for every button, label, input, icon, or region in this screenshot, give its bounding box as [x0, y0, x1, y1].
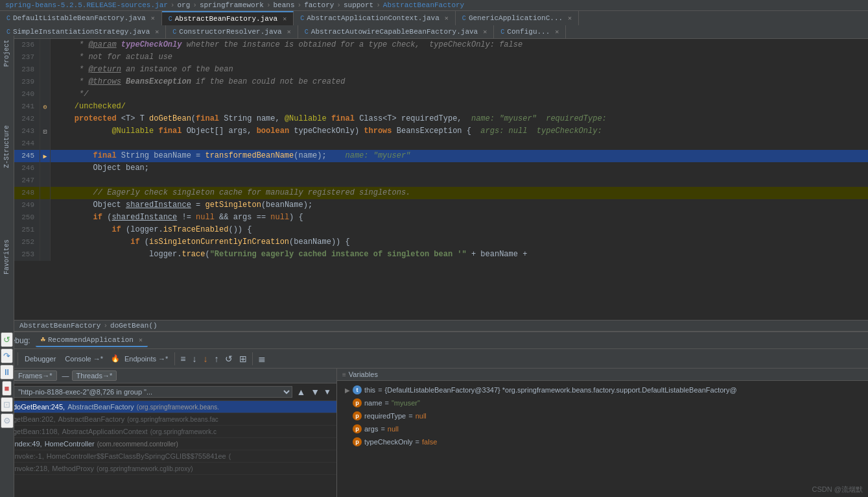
frame-item[interactable]: ⊙ index:49, HomeController (com.recommen… — [0, 438, 336, 450]
tab-icon: C — [169, 16, 172, 23]
view-button[interactable]: ⊡ — [1, 397, 13, 412]
code-line-251: 251 if (logger.isTraceEnabled()) { — [14, 224, 868, 236]
tab-abstract-app-context[interactable]: C AbstractApplicationContext.java ✕ — [294, 11, 456, 25]
thread-select[interactable]: "http-nio-8188-exec-2"@8,726 in group ".… — [12, 386, 292, 398]
close-icon[interactable]: ✕ — [151, 14, 155, 22]
tab-default-listable[interactable]: C DefaultListableBeanFactory.java ✕ — [0, 11, 162, 25]
line-number: 241 — [14, 101, 40, 113]
run-to-cursor-button[interactable]: ↺ — [222, 352, 235, 365]
main-layout: 236 * @param typeCheckOnly whether the i… — [0, 39, 868, 497]
tab-bar: spring-beans-5.2.5.RELEASE-sources.jar ›… — [0, 0, 868, 39]
step-out-button[interactable]: ↑ — [211, 352, 221, 365]
threads-button[interactable]: Threads→* — [72, 370, 117, 381]
tab-icon: C — [462, 15, 466, 22]
line-number: 253 — [14, 248, 40, 261]
tab-abstract-bean-factory[interactable]: C AbstractBeanFactory.java ✕ — [162, 11, 294, 25]
frame-item[interactable]: ⊙ invoke:-1, HomeController$$FastClassBy… — [0, 450, 336, 463]
step-over-button[interactable]: ≡ — [178, 352, 188, 365]
code-line-241: 241 ⊙ /unchecked/ — [14, 101, 868, 113]
tab-icon: C — [300, 15, 304, 22]
var-value: false — [422, 438, 437, 446]
expand-icon[interactable]: ▶ — [345, 387, 350, 394]
force-step-into-button[interactable]: ↓ — [200, 352, 210, 365]
breadcrumb: spring-beans-5.2.5.RELEASE-sources.jar ›… — [0, 0, 868, 11]
close-icon[interactable]: ✕ — [155, 28, 159, 36]
stop-button[interactable]: ■ — [2, 381, 12, 396]
var-item-type-check-only[interactable]: ▶ p typeCheckOnly = false — [337, 435, 868, 448]
breadcrumb-org[interactable]: org — [177, 1, 190, 9]
thread-filter-button[interactable]: ▼ — [323, 387, 331, 396]
tab-icon: C — [500, 29, 504, 36]
var-item-name[interactable]: ▶ p name = "myuser" — [337, 396, 868, 409]
close-icon[interactable]: ✕ — [445, 14, 449, 22]
debug-app-tab[interactable]: ☘ RecommendApplication ✕ — [36, 333, 148, 347]
tab-abstract-autowire[interactable]: C AbstractAutowireCapableBeanFactory.jav… — [298, 25, 495, 38]
tab-configu[interactable]: C Configu... ✕ — [494, 25, 566, 38]
restart-button[interactable]: ↺ — [1, 332, 13, 347]
close-icon[interactable]: ✕ — [287, 28, 291, 36]
sidebar-project[interactable]: Project — [2, 38, 12, 68]
frame-item[interactable]: ⊙ getBean:202, AbstractBeanFactory (org.… — [0, 413, 336, 426]
tab-simple-instantiation[interactable]: C SimpleInstantiationStrategy.java ✕ — [0, 25, 166, 38]
evaluate-button[interactable]: ⊞ — [237, 352, 250, 365]
frames-button[interactable]: Frames→* — [14, 370, 57, 381]
tab-generic-app[interactable]: C GenericApplicationC... ✕ — [456, 11, 579, 25]
endpoints-tab[interactable]: Endpoints →* — [121, 354, 172, 364]
thread-up-button[interactable]: ▲ — [295, 387, 307, 397]
expand-icon[interactable]: ▶ — [345, 426, 350, 433]
tab-constructor-resolver[interactable]: C ConstructorResolver.java ✕ — [166, 25, 298, 38]
debug-body: ▦ Frames→* — Threads→* ⚙ "http-nio-8188-… — [0, 369, 868, 497]
line-number: 246 — [14, 162, 40, 175]
breadcrumb-support[interactable]: support — [344, 1, 373, 9]
mute-button[interactable]: ≣ — [255, 352, 268, 365]
sidebar-favorites[interactable]: Favorites — [2, 238, 12, 276]
tab-label: AbstractBeanFactory.java — [175, 15, 277, 23]
frame-item[interactable]: ⊙ getBean:1108, AbstractApplicationConte… — [0, 426, 336, 438]
tab-label: Configu... — [507, 28, 550, 36]
tab-label: AbstractAutowireCapableBeanFactory.java — [311, 28, 478, 36]
expand-icon[interactable]: ▶ — [345, 400, 350, 407]
breadcrumb-class[interactable]: AbstractBeanFactory — [383, 1, 464, 9]
var-item-required-type[interactable]: ▶ p requiredType = null — [337, 409, 868, 422]
step-over-side-button[interactable]: ↷ — [1, 348, 13, 363]
var-item-args[interactable]: ▶ p args = null — [337, 422, 868, 435]
breadcrumb-beans[interactable]: beans — [274, 1, 295, 9]
line-content: if (isSingletonCurrentlyInCreation(beanN… — [51, 236, 868, 248]
settings-button[interactable]: ⚙ — [1, 413, 14, 428]
step-into-button[interactable]: ↓ — [189, 352, 199, 365]
line-content: final String beanName = transformedBeanN… — [51, 150, 868, 162]
var-eq: = — [378, 386, 382, 394]
close-icon[interactable]: ✕ — [483, 28, 487, 36]
line-number: 251 — [14, 224, 40, 236]
frame-class: MethodProxy — [52, 465, 94, 472]
expand-icon[interactable]: ▶ — [345, 439, 350, 446]
debug-side-panel: ↺ ↷ ⏸ ■ ⊡ ⚙ — [0, 331, 14, 430]
close-icon[interactable]: ✕ — [283, 15, 287, 23]
frame-item[interactable]: ⊙ invoke:218, MethodProxy (org.springfra… — [0, 463, 336, 475]
pause-button[interactable]: ⏸ — [0, 365, 14, 380]
breadcrumb-item[interactable]: spring-beans-5.2.5.RELEASE-sources.jar — [5, 1, 168, 9]
code-editor[interactable]: 236 * @param typeCheckOnly whether the i… — [14, 39, 868, 320]
debugger-tab[interactable]: Debugger — [21, 354, 60, 364]
var-type-icon: p — [353, 398, 362, 407]
close-icon[interactable]: ✕ — [568, 14, 572, 22]
console-tab[interactable]: Console →* — [61, 354, 107, 364]
var-eq: = — [385, 399, 389, 407]
frame-method: getBean:1108, — [13, 428, 60, 435]
var-item-this[interactable]: ▶ t this = {DefaultListableBeanFactory@3… — [337, 383, 868, 396]
breadcrumb-springframework[interactable]: springframework — [200, 1, 264, 9]
frame-item[interactable]: ⊙ doGetBean:245, AbstractBeanFactory (or… — [0, 401, 336, 413]
breadcrumb-factory[interactable]: factory — [304, 1, 334, 9]
thread-down-button[interactable]: ▼ — [309, 387, 321, 397]
debug-close-icon[interactable]: ✕ — [139, 336, 143, 344]
close-icon[interactable]: ✕ — [555, 28, 559, 36]
sidebar-structure[interactable]: Z-Structure — [2, 124, 12, 169]
variables-icon: ≡ — [342, 371, 346, 378]
line-content: if (logger.isTraceEnabled()) { — [51, 224, 868, 236]
var-name: typeCheckOnly — [364, 438, 413, 446]
frame-list: ⊙ doGetBean:245, AbstractBeanFactory (or… — [0, 401, 336, 497]
line-content: * @param typeCheckOnly whether the insta… — [51, 39, 868, 51]
tab-label: DefaultListableBeanFactory.java — [13, 14, 146, 22]
expand-icon[interactable]: ▶ — [345, 413, 350, 420]
var-eq: = — [381, 425, 384, 433]
